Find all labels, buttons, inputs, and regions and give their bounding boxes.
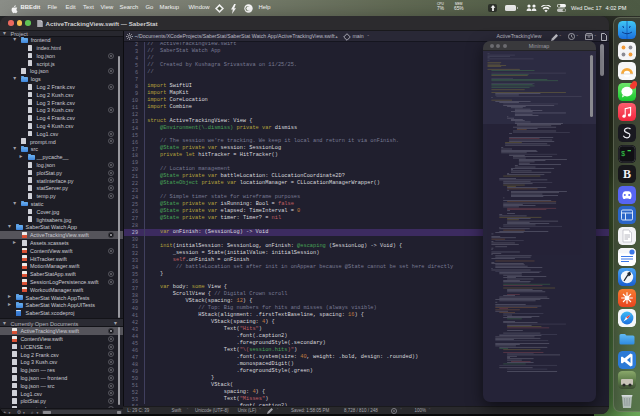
svg-text:$: $ (621, 150, 625, 158)
svg-text:B: B (623, 168, 631, 182)
